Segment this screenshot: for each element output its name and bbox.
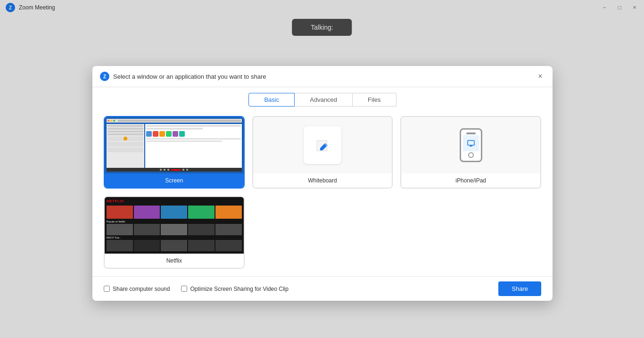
netflix-grid-2 bbox=[105, 223, 244, 236]
netflix-card2-4 bbox=[188, 224, 215, 235]
share-item-whiteboard[interactable]: Whiteboard bbox=[252, 116, 393, 189]
modal-header-title: Select a window or an application that y… bbox=[113, 73, 532, 80]
share-sound-label: Share computer sound bbox=[113, 286, 170, 292]
netflix-card-3 bbox=[161, 206, 187, 219]
share-item-iphone[interactable]: iPhone/iPad bbox=[400, 116, 541, 189]
share-item-screen[interactable]: Screen bbox=[104, 116, 245, 189]
netflix-card-5 bbox=[215, 206, 242, 219]
netflix-row-label-1: Popular on Netflix bbox=[105, 220, 244, 223]
netflix-card2-5 bbox=[215, 224, 242, 235]
bottom-dot-3 bbox=[167, 169, 169, 171]
whiteboard-label: Whiteboard bbox=[253, 173, 392, 188]
iphone-home-button bbox=[468, 152, 474, 158]
iphone-notch bbox=[466, 132, 476, 134]
netflix-card-2 bbox=[134, 206, 160, 219]
tab-files[interactable]: Files bbox=[353, 93, 396, 107]
iphone-label: iPhone/iPad bbox=[401, 173, 540, 188]
svg-rect-1 bbox=[468, 140, 474, 145]
screen-mini-body bbox=[107, 124, 242, 168]
iphone-preview bbox=[401, 117, 540, 173]
netflix-card3-4 bbox=[188, 240, 215, 251]
share-items-grid: Screen Whiteboard bbox=[92, 110, 553, 276]
tab-advanced[interactable]: Advanced bbox=[295, 93, 353, 107]
netflix-grid-1 bbox=[105, 205, 244, 220]
screen-mini-bottombar bbox=[107, 168, 242, 172]
netflix-card2-2 bbox=[134, 224, 160, 235]
screen-mini-right bbox=[145, 124, 241, 168]
bottom-dot-5 bbox=[186, 169, 188, 171]
screen-mini bbox=[105, 117, 244, 173]
bottom-dot-4 bbox=[182, 169, 184, 171]
screen-mini-searchbar bbox=[118, 120, 241, 122]
modal-close-button[interactable]: × bbox=[536, 72, 545, 81]
netflix-card3-1 bbox=[107, 240, 133, 251]
monitor-icon bbox=[467, 140, 475, 147]
share-sound-checkbox[interactable] bbox=[104, 286, 110, 292]
iphone-screen bbox=[463, 135, 479, 151]
netflix-topbar: NETFLIX bbox=[105, 197, 244, 205]
screen-mini-topbar bbox=[107, 119, 242, 123]
netflix-card2-3 bbox=[161, 224, 187, 235]
modal-zoom-icon: Z bbox=[100, 72, 109, 81]
share-button[interactable]: Share bbox=[498, 281, 541, 296]
netflix-logo-text: NETFLIX bbox=[107, 199, 124, 203]
netflix-label: Netflix bbox=[105, 254, 244, 268]
modal-header: Z Select a window or an application that… bbox=[92, 66, 553, 87]
netflix-preview: NETFLIX Popular on Netflix bbox=[105, 197, 244, 254]
dot-red bbox=[107, 120, 109, 122]
iphone-icon bbox=[460, 128, 482, 162]
tab-basic[interactable]: Basic bbox=[248, 93, 295, 107]
netflix-preview-container: NETFLIX Popular on Netflix bbox=[105, 197, 244, 254]
optimize-label: Optimize Screen Sharing for Video Clip bbox=[190, 286, 289, 292]
netflix-card3-3 bbox=[161, 240, 187, 251]
netflix-card-4 bbox=[188, 206, 215, 219]
share-modal: Z Select a window or an application that… bbox=[92, 66, 553, 301]
netflix-card3-2 bbox=[134, 240, 160, 251]
whiteboard-preview bbox=[253, 117, 392, 173]
netflix-grid-3 bbox=[105, 239, 244, 252]
optimize-checkbox-label[interactable]: Optimize Screen Sharing for Video Clip bbox=[181, 286, 289, 292]
dot-green bbox=[113, 120, 115, 122]
share-sound-checkbox-label[interactable]: Share computer sound bbox=[104, 286, 170, 292]
netflix-card3-5 bbox=[215, 240, 242, 251]
bottom-dot-2 bbox=[164, 169, 165, 171]
netflix-row-label-2: WACO True... bbox=[105, 236, 244, 239]
modal-footer: Share computer sound Optimize Screen Sha… bbox=[92, 276, 553, 301]
screen-mini-left bbox=[107, 124, 144, 168]
tabs-container: Basic Advanced Files bbox=[92, 87, 553, 110]
bottom-dot-1 bbox=[160, 169, 162, 171]
screen-label: Screen bbox=[105, 173, 244, 188]
whiteboard-icon bbox=[314, 137, 331, 154]
iphone-icon-container bbox=[460, 128, 482, 162]
netflix-card2-1 bbox=[107, 224, 133, 235]
optimize-checkbox[interactable] bbox=[181, 286, 187, 292]
whiteboard-icon-container bbox=[304, 126, 341, 164]
netflix-card-1 bbox=[107, 206, 133, 219]
share-item-netflix[interactable]: NETFLIX Popular on Netflix bbox=[104, 196, 245, 269]
dot-yellow bbox=[110, 120, 112, 122]
screen-preview bbox=[105, 117, 244, 173]
